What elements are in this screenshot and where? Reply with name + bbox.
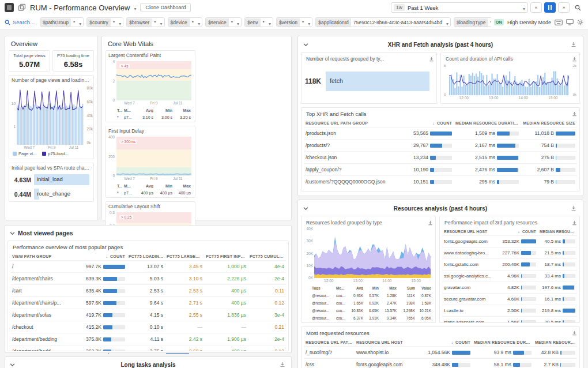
template-variable-chip[interactable]: $pathGroup * bbox=[40, 17, 84, 27]
table-row[interactable]: *p7...400 µs400 µs400 µs bbox=[108, 189, 193, 196]
resources-chart-wrap[interactable]: 40K30K20K10K0K bbox=[314, 228, 431, 278]
gear-icon[interactable] bbox=[577, 19, 583, 25]
col-header[interactable]: T... bbox=[115, 184, 122, 188]
export-icon[interactable] bbox=[429, 57, 434, 62]
col-header[interactable]: Min bbox=[155, 184, 174, 188]
col-header[interactable]: MEDIAN RESOURCE SIZE bbox=[533, 340, 577, 344]
table-row[interactable]: / 997.7K 13.07 s 3.45 s 1,000 µs 4e-4 bbox=[10, 260, 286, 272]
tv-mode-icon[interactable] bbox=[566, 19, 574, 25]
col-header[interactable]: Max bbox=[174, 108, 193, 112]
col-header[interactable]: PCT75 LOADING TIME bbox=[127, 254, 165, 258]
collapse-chevron-icon[interactable] bbox=[10, 231, 15, 236]
template-variable-chip[interactable]: $env * bbox=[244, 17, 273, 27]
zoom-search-button[interactable] bbox=[572, 2, 583, 13]
section-title[interactable]: Long tasks analysis bbox=[25, 362, 272, 368]
table-row[interactable]: /cart 635.4K 2.53 s 2.53 s 400 µs 0.11 bbox=[10, 284, 286, 296]
col-header[interactable]: PCT75 LARGEST CONTE... bbox=[165, 254, 204, 258]
density-label[interactable]: High Density Mode bbox=[507, 20, 551, 25]
col-header[interactable]: T... bbox=[115, 108, 122, 112]
table-row[interactable]: /department/chairs/p... 597.6K 9.64 s 2.… bbox=[10, 296, 286, 309]
section-title[interactable]: XHR and Fetch analysis (past 4 hours) bbox=[318, 42, 563, 48]
collapse-chevron-icon[interactable] bbox=[10, 362, 15, 367]
col-header[interactable]: MEDIAN RESOURCE SIZE bbox=[521, 121, 577, 125]
col-header[interactable]: M... bbox=[122, 184, 136, 188]
legend-row[interactable]: @resour... cou... 1.65K 0.92K 2.47K 198K… bbox=[304, 299, 433, 307]
template-variable-chip[interactable]: $country * bbox=[86, 17, 123, 27]
table-row[interactable]: www.datadoghq-bro... 227.76K 21.5 ms bbox=[442, 247, 577, 258]
export-icon[interactable] bbox=[572, 220, 577, 226]
col-header[interactable]: RESOURCE URL PATH GROUP bbox=[304, 340, 355, 344]
toplist-row[interactable]: 0.44M route_change bbox=[9, 187, 93, 201]
api-calls-chart-wrap[interactable]: 50 2k0k bbox=[449, 65, 569, 95]
col-header[interactable]: VIEW PATH GROUP bbox=[10, 254, 76, 258]
table-row[interactable]: /checkout 415.2K 0.10 s — — 0.21 bbox=[10, 321, 286, 333]
app-logo[interactable] bbox=[5, 3, 14, 12]
pageviews-chart[interactable] bbox=[17, 86, 84, 145]
col-header[interactable]: RESOURCE URL PATH GROUP bbox=[304, 121, 398, 125]
col-header[interactable]: Avg bbox=[136, 184, 155, 188]
export-icon[interactable] bbox=[280, 362, 285, 367]
table-row[interactable]: fonts.googleapis.com 353.32K 40.5 ms bbox=[442, 235, 577, 247]
legend-row[interactable]: @resour... cou... 0.93K 0.57K 1.28K 111K… bbox=[304, 292, 433, 299]
collapse-chevron-icon[interactable] bbox=[303, 42, 308, 47]
col-header[interactable]: COUNT bbox=[496, 230, 538, 234]
table-row[interactable]: /products/? 29,767 2,167 ms 754 B bbox=[304, 139, 577, 151]
search-input[interactable]: Search... bbox=[5, 19, 35, 25]
section-title[interactable]: Resources analysis (past 4 hours) bbox=[318, 205, 563, 212]
table-row[interactable]: /apply_coupon/? 10,190 2,476 ms 2,607 B bbox=[304, 163, 577, 175]
template-variable-chip[interactable]: $browser * bbox=[126, 17, 164, 27]
col-header[interactable]: MEDIAN RESOURCE D... bbox=[538, 230, 577, 234]
collapse-chevron-icon[interactable] bbox=[303, 206, 308, 211]
export-icon[interactable] bbox=[571, 42, 576, 47]
time-backward-button[interactable]: « bbox=[530, 2, 542, 13]
table-row[interactable]: /department/bedding 375.8K 4.11 s 2.42 s… bbox=[10, 333, 286, 345]
col-header[interactable]: Max bbox=[174, 184, 193, 188]
template-variable-chip[interactable]: $service * bbox=[205, 17, 242, 27]
col-header[interactable]: Avg bbox=[136, 108, 155, 112]
table-row[interactable]: t.castle.io 2.50K 219.8 ms bbox=[442, 305, 577, 316]
table-row[interactable]: fonts.gstatic.com 200.40K 18.7 ms bbox=[442, 258, 577, 270]
col-header[interactable]: COUNT bbox=[76, 254, 127, 258]
section-title[interactable]: Most viewed pages bbox=[18, 230, 73, 236]
table-row[interactable]: /checkout.json 13,234 2,515 ms 275 B bbox=[304, 151, 577, 163]
time-forward-button[interactable]: » bbox=[558, 2, 570, 13]
legend-item[interactable]: Page vi... bbox=[13, 151, 36, 156]
pause-button[interactable] bbox=[544, 2, 556, 13]
table-row[interactable]: /customers/?QQQQQ0000OGQ.json 10,151 295… bbox=[304, 175, 577, 187]
col-header[interactable]: COUNT bbox=[398, 121, 454, 125]
col-header[interactable]: MEDIAN RESOURCE DURATION bbox=[472, 340, 533, 344]
table-row[interactable]: secure.gravatar.com 4.60K 16.1 ms bbox=[442, 293, 577, 305]
table-row[interactable]: ssl.google-analytics.c... 4.96K 33.4 ms bbox=[442, 270, 577, 281]
time-range-picker[interactable]: 1w Past 1 Week bbox=[391, 2, 528, 13]
fid-plot[interactable]: 4002000 > 300ms bbox=[116, 137, 191, 176]
table-row[interactable]: /department/bedd... 362.3K 3.75 s 2.68 s… bbox=[10, 345, 286, 351]
query-value-tile[interactable]: P75 loading time 6.58s bbox=[52, 50, 94, 72]
lcp-plot[interactable]: 420 > 4s bbox=[116, 61, 191, 100]
table-row[interactable]: /department/sofas 419.7K 4.15 s 2.55 s 1… bbox=[10, 309, 286, 321]
template-variable-chip[interactable]: $loadingType * bbox=[454, 17, 491, 27]
col-header[interactable]: Min bbox=[155, 108, 174, 112]
toplist-row[interactable]: 4.63M initial_load bbox=[9, 172, 93, 187]
table-row[interactable]: /css fonts.googleapis.com 348.48K 58.1 m… bbox=[304, 358, 577, 368]
table-row[interactable]: static.adassets.com 1.56K 20.5 ms bbox=[442, 316, 577, 323]
export-icon[interactable] bbox=[428, 220, 433, 226]
table-row[interactable]: *p7...3.10 s3.00 s3.20 s bbox=[108, 114, 193, 121]
legend-row[interactable]: @resour... cou... 6.37K 3.91K 9.34K 765K… bbox=[304, 314, 433, 322]
col-header[interactable]: PCT75 CUMULATIVE LAY... bbox=[248, 254, 286, 258]
col-header[interactable]: M... bbox=[122, 108, 136, 112]
clone-dashboard-button[interactable]: Clone Dashboard bbox=[140, 3, 191, 12]
keyboard-icon[interactable] bbox=[555, 20, 563, 25]
export-icon[interactable] bbox=[572, 57, 577, 62]
col-header[interactable]: PCT75 FIRST INPUT DEL... bbox=[204, 254, 248, 258]
legend-item[interactable]: p75-load... bbox=[42, 151, 68, 156]
title-chevron-down-icon[interactable] bbox=[134, 2, 136, 13]
template-variable-chip[interactable]: $version * bbox=[276, 17, 312, 27]
table-row[interactable]: /_nuxt/img/? www.shopist.io 1,054.56K 93… bbox=[304, 346, 577, 358]
col-header[interactable]: COUNT bbox=[417, 340, 472, 344]
table-row[interactable]: gravatar.com 4.82K 197.6 ms bbox=[442, 281, 577, 293]
export-icon[interactable] bbox=[572, 111, 577, 117]
template-variable-chip[interactable]: $device * bbox=[168, 17, 203, 27]
col-header[interactable]: RESOURCE URL HOST bbox=[442, 230, 496, 234]
col-header[interactable]: RESOURCE URL HOST bbox=[355, 340, 417, 344]
template-variable-chip[interactable]: $applicationId 75e50c12-8b66-4c3c-a413-a… bbox=[315, 17, 451, 27]
